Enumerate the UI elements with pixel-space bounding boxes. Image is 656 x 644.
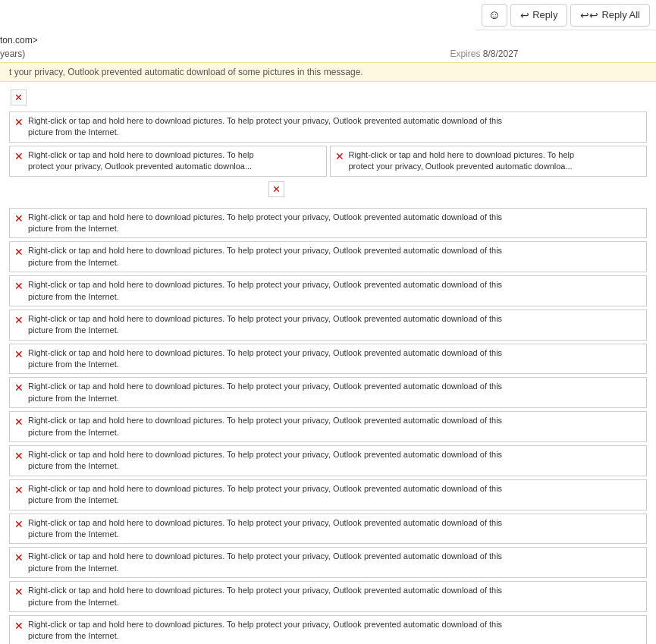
- placeholder-text-11: Right-click or tap and hold here to down…: [28, 517, 502, 541]
- email-toolbar: ☺ ↩ Reply ↩↩ Reply All: [476, 0, 656, 30]
- broken-image-icon-center: ✕: [272, 184, 281, 195]
- image-placeholder-13[interactable]: ✕ Right-click or tap and hold here to do…: [9, 581, 647, 612]
- placeholder-text-5: Right-click or tap and hold here to down…: [28, 313, 502, 337]
- email-content-area: ✕ ✕ Right-click or tap and hold here to …: [0, 82, 656, 644]
- broken-image-icon-1: ✕: [14, 116, 24, 128]
- expires-label: Expires: [450, 49, 480, 59]
- image-placeholder-10[interactable]: ✕ Right-click or tap and hold here to do…: [9, 479, 647, 510]
- broken-image-icon: ✕: [14, 92, 23, 103]
- placeholder-text-13: Right-click or tap and hold here to down…: [28, 585, 502, 608]
- broken-image-icon-13: ✕: [14, 586, 24, 598]
- broken-image-icon-7: ✕: [14, 382, 24, 394]
- broken-image-icon-r1r: ✕: [335, 150, 344, 162]
- broken-image-icon-r1l: ✕: [14, 150, 24, 162]
- email-meta: ton.com> years): [0, 30, 656, 64]
- image-placeholder-row1-left[interactable]: ✕ Right-click or tap and hold here to do…: [9, 146, 327, 177]
- broken-image-icon-4: ✕: [14, 280, 24, 292]
- placeholder-text-2: Right-click or tap and hold here to down…: [28, 212, 502, 235]
- placeholder-text-8: Right-click or tap and hold here to down…: [28, 415, 502, 438]
- broken-image-icon-8: ✕: [14, 416, 24, 428]
- placeholder-text-9: Right-click or tap and hold here to down…: [28, 449, 502, 473]
- broken-image-icon-2: ✕: [14, 212, 24, 225]
- image-placeholder-2[interactable]: ✕ Right-click or tap and hold here to do…: [9, 208, 647, 239]
- placeholder-text-6: Right-click or tap and hold here to down…: [28, 347, 502, 371]
- image-row-1: ✕ Right-click or tap and hold here to do…: [9, 146, 647, 177]
- placeholder-text-10: Right-click or tap and hold here to down…: [28, 483, 502, 507]
- image-placeholder-14[interactable]: ✕ Right-click or tap and hold here to do…: [9, 615, 647, 644]
- reply-all-label: Reply All: [601, 9, 640, 20]
- placeholder-text-4: Right-click or tap and hold here to down…: [28, 279, 502, 303]
- reply-button[interactable]: ↩ Reply: [510, 4, 567, 27]
- reply-icon: ↩: [520, 9, 529, 21]
- image-placeholder-8[interactable]: ✕ Right-click or tap and hold here to do…: [9, 411, 647, 442]
- privacy-warning-bar: t your privacy, Outlook prevented automa…: [0, 62, 656, 82]
- broken-image-icon-5: ✕: [14, 314, 24, 326]
- image-placeholder-row1-right[interactable]: ✕ Right-click or tap and hold here to do…: [330, 146, 648, 177]
- emoji-button[interactable]: ☺: [482, 4, 507, 27]
- image-placeholder-small-center[interactable]: ✕: [268, 181, 284, 197]
- image-placeholder-6[interactable]: ✕ Right-click or tap and hold here to do…: [9, 344, 647, 375]
- placeholder-text-14: Right-click or tap and hold here to down…: [28, 619, 502, 642]
- reply-all-button[interactable]: ↩↩ Reply All: [570, 4, 650, 27]
- placeholder-text-7: Right-click or tap and hold here to down…: [28, 381, 502, 404]
- image-placeholder-7[interactable]: ✕ Right-click or tap and hold here to do…: [9, 377, 647, 408]
- image-placeholder-center: ✕: [9, 180, 647, 199]
- broken-image-icon-14: ✕: [14, 620, 24, 632]
- image-placeholder-small-top[interactable]: ✕: [11, 90, 27, 105]
- broken-image-icon-12: ✕: [14, 551, 24, 564]
- image-placeholder-3[interactable]: ✕ Right-click or tap and hold here to do…: [9, 241, 647, 272]
- broken-image-icon-10: ✕: [14, 484, 24, 496]
- image-placeholder-1[interactable]: ✕ Right-click or tap and hold here to do…: [9, 112, 647, 143]
- placeholder-text-1: Right-click or tap and hold here to down…: [28, 115, 502, 139]
- image-placeholder-5[interactable]: ✕ Right-click or tap and hold here to do…: [9, 309, 647, 341]
- broken-image-icon-6: ✕: [14, 348, 24, 360]
- broken-image-icon-3: ✕: [14, 246, 24, 258]
- placeholder-text-r1r: Right-click or tap and hold here to down…: [349, 149, 575, 173]
- broken-image-icon-9: ✕: [14, 450, 24, 462]
- image-placeholder-4[interactable]: ✕ Right-click or tap and hold here to do…: [9, 275, 647, 306]
- expires-date: 8/8/2027: [483, 49, 519, 59]
- placeholder-text-3: Right-click or tap and hold here to down…: [28, 245, 502, 269]
- image-placeholder-9[interactable]: ✕ Right-click or tap and hold here to do…: [9, 445, 647, 476]
- emoji-icon: ☺: [488, 8, 501, 22]
- email-from: ton.com>: [0, 35, 38, 46]
- privacy-warning-text: t your privacy, Outlook prevented automa…: [9, 67, 363, 77]
- reply-all-icon: ↩↩: [580, 9, 598, 21]
- image-placeholder-11[interactable]: ✕ Right-click or tap and hold here to do…: [9, 514, 647, 545]
- broken-image-icon-11: ✕: [14, 518, 24, 530]
- placeholder-text-r1l: Right-click or tap and hold here to down…: [28, 149, 254, 173]
- email-years: years): [0, 49, 25, 59]
- reply-label: Reply: [532, 9, 557, 20]
- placeholder-text-12: Right-click or tap and hold here to down…: [28, 551, 502, 574]
- image-placeholder-12[interactable]: ✕ Right-click or tap and hold here to do…: [9, 547, 647, 578]
